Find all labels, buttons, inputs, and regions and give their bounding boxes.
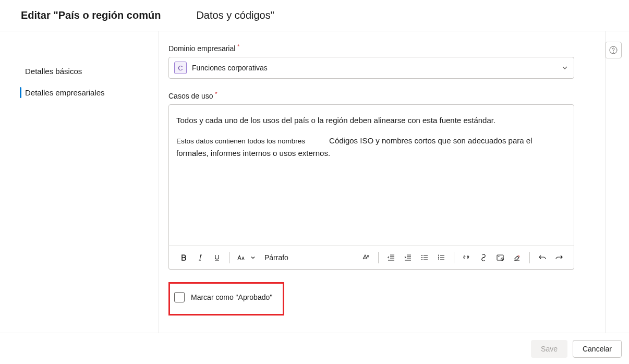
eraser-button[interactable]	[510, 250, 524, 265]
link-icon	[479, 253, 488, 262]
sidebar-item-basic-details[interactable]: Detalles básicos	[0, 60, 159, 82]
outdent-icon	[387, 253, 395, 262]
italic-button[interactable]	[193, 250, 208, 265]
approve-checkbox-row: Marcar como "Aprobado"	[168, 282, 284, 316]
sidebar-item-label: Detalles empresariales	[25, 88, 105, 97]
sidebar: Detalles básicos Detalles empresariales	[0, 31, 159, 333]
image-icon	[496, 253, 504, 262]
editor-toolbar: Párrafo	[168, 246, 574, 270]
usecases-editor[interactable]: Todos y cada uno de los usos del país o …	[168, 104, 574, 246]
domain-value: Funciones corporativas	[192, 64, 561, 72]
link-button[interactable]	[476, 250, 491, 265]
approve-checkbox[interactable]	[174, 292, 185, 302]
approve-label: Marcar como "Aprobado"	[191, 293, 272, 301]
chevron-down-icon	[561, 64, 568, 71]
editor-line: Todos y cada uno de los usos del país o …	[176, 114, 566, 126]
toolbar-divider	[229, 252, 230, 263]
redo-button[interactable]	[552, 250, 566, 265]
svg-point-4	[421, 259, 422, 260]
main-area: Detalles básicos Detalles empresariales …	[0, 31, 629, 333]
eraser-icon	[513, 253, 521, 262]
undo-button[interactable]	[535, 250, 550, 265]
paragraph-style-button[interactable]: Párrafo	[260, 253, 293, 262]
panel-header: Editar "País o región común Datos y códi…	[0, 0, 629, 31]
chevron-down-icon	[250, 254, 256, 261]
domain-dropdown[interactable]: C Funciones corporativas	[168, 57, 574, 79]
svg-point-6	[499, 256, 500, 257]
domain-label: Dominio empresarial	[168, 44, 235, 53]
bold-icon	[180, 254, 187, 261]
cancel-button[interactable]: Cancelar	[573, 340, 622, 358]
bullet-list-icon	[420, 253, 429, 262]
fontsize-icon	[237, 254, 248, 261]
indent-button[interactable]	[401, 250, 415, 265]
underline-button[interactable]	[210, 250, 224, 265]
domain-badge: C	[174, 62, 187, 74]
sidebar-item-label: Detalles básicos	[25, 67, 82, 76]
quote-icon	[463, 253, 471, 262]
image-button[interactable]	[493, 250, 507, 265]
editor-fragment: formales, informes internos o usos exter…	[176, 149, 330, 157]
numbered-list-icon	[437, 253, 445, 262]
bold-button[interactable]	[176, 250, 191, 265]
indent-icon	[404, 253, 412, 262]
undo-icon	[538, 253, 547, 262]
toolbar-divider	[378, 252, 379, 263]
redo-icon	[555, 253, 563, 262]
underline-icon	[213, 254, 221, 261]
save-button[interactable]: Save	[531, 340, 567, 358]
svg-point-3	[421, 257, 422, 258]
footer: Save Cancelar	[0, 333, 629, 364]
sidebar-item-business-details[interactable]: Detalles empresariales	[0, 82, 159, 103]
svg-point-2	[421, 255, 422, 256]
clear-format-icon	[361, 253, 370, 262]
editor-fragment: Estos datos contienen todos los nombres	[176, 136, 305, 147]
outdent-button[interactable]	[384, 250, 398, 265]
numbered-list-button[interactable]	[434, 250, 449, 265]
editor-line: Estos datos contienen todos los nombres …	[176, 135, 566, 159]
header-subtitle: Datos y códigos"	[196, 9, 274, 21]
italic-icon	[197, 254, 204, 261]
usecases-label: Casos de uso	[168, 92, 213, 100]
content-area: Dominio empresarial C Funciones corporat…	[159, 31, 629, 333]
editor-fragment: Códigos ISO y nombres cortos que son ade…	[329, 136, 532, 145]
fontsize-button[interactable]	[235, 254, 258, 261]
editor-content[interactable]: Todos y cada uno de los usos del país o …	[169, 105, 574, 246]
quote-button[interactable]	[459, 250, 474, 265]
bullet-list-button[interactable]	[417, 250, 432, 265]
toolbar-divider	[454, 252, 454, 263]
toolbar-divider	[529, 252, 530, 263]
clear-format-button[interactable]	[358, 250, 373, 265]
header-title: Editar "País o región común	[21, 9, 161, 21]
